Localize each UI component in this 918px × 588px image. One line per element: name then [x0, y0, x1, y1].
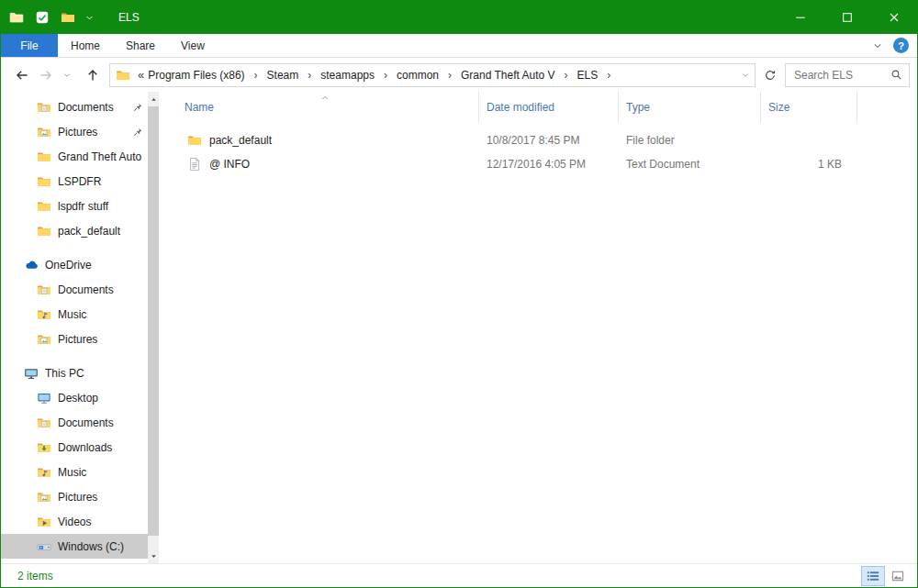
pin-icon — [132, 102, 143, 113]
breadcrumb-separator-icon[interactable]: › — [441, 69, 459, 82]
folder-icon — [37, 150, 51, 164]
sidebar-item-label: Music — [58, 466, 148, 479]
breadcrumb-segment[interactable]: Steam — [265, 69, 301, 82]
sidebar-item-documents[interactable]: Documents — [1, 94, 148, 119]
breadcrumb-segment[interactable]: steamapps — [319, 69, 376, 82]
details-view-button[interactable] — [862, 567, 884, 585]
sidebar-item-pictures[interactable]: Pictures — [1, 484, 148, 509]
sidebar-item-label: OneDrive — [45, 259, 148, 272]
folder-icon — [187, 133, 202, 148]
sidebar-item-label: LSPDFR — [58, 175, 148, 188]
tab-view[interactable]: View — [168, 34, 218, 57]
text-file-icon — [187, 157, 202, 172]
navigation-toolbar: « Program Files (x86)›Steam›steamapps›co… — [1, 58, 917, 92]
sidebar-item-windows-c[interactable]: Windows (C:) — [1, 534, 148, 559]
sidebar-scrollbar[interactable] — [148, 92, 159, 563]
sidebar-item-desktop[interactable]: Desktop — [1, 385, 148, 410]
recent-locations-chevron-icon[interactable] — [58, 63, 76, 87]
sidebar-item-downloads[interactable]: Downloads — [1, 435, 148, 460]
breadcrumb-separator-icon[interactable]: › — [300, 69, 319, 82]
forward-button[interactable] — [34, 63, 58, 87]
navigation-pane: DocumentsPicturesGrand Theft AutoLSPDFRl… — [1, 92, 159, 563]
file-row-pack-default[interactable]: pack_default10/8/2017 8:45 PMFile folder — [171, 128, 917, 152]
breadcrumb-separator-icon[interactable]: › — [247, 69, 265, 82]
up-button[interactable] — [81, 63, 105, 87]
column-header-label: Date modified — [487, 101, 554, 114]
help-button[interactable]: ? — [893, 38, 909, 53]
qat-checkmark-icon[interactable] — [35, 10, 50, 25]
onedrive-icon — [24, 258, 39, 272]
music-folder-icon — [37, 307, 51, 322]
file-type: Text Document — [618, 158, 760, 171]
file-date-modified: 10/8/2017 8:45 PM — [478, 134, 618, 147]
minimize-button[interactable] — [777, 1, 823, 34]
pin-icon — [132, 127, 143, 138]
sidebar-item-this-pc[interactable]: This PC — [1, 361, 148, 385]
file-list: pack_default10/8/2017 8:45 PMFile folder… — [171, 128, 917, 176]
maximize-button[interactable] — [823, 1, 870, 34]
file-menu-button[interactable]: File — [1, 34, 58, 57]
breadcrumb-segment[interactable]: Grand Theft Auto V — [459, 69, 557, 82]
sidebar-group-gap — [1, 243, 148, 252]
search-input[interactable] — [786, 69, 889, 82]
sidebar-item-videos[interactable]: Videos — [1, 509, 148, 534]
sidebar-item-onedrive[interactable]: OneDrive — [1, 252, 148, 277]
tab-home[interactable]: Home — [58, 34, 113, 57]
column-header-date-modified[interactable]: Date modified — [478, 92, 618, 122]
titlebar[interactable]: ELS — [1, 1, 917, 34]
documents-folder-icon — [37, 100, 51, 115]
ribbon-collapse-chevron-icon[interactable] — [872, 40, 883, 51]
scrollbar-thumb[interactable] — [148, 106, 159, 536]
address-bar[interactable]: « Program Files (x86)›Steam›steamapps›co… — [109, 63, 756, 87]
view-toggles — [862, 567, 909, 585]
sidebar-item-music[interactable]: Music — [1, 302, 148, 327]
sidebar-item-pictures[interactable]: Pictures — [1, 119, 148, 144]
breadcrumb-separator-icon[interactable]: › — [557, 69, 576, 82]
sidebar-item-label: Videos — [58, 516, 148, 528]
window-title: ELS — [118, 11, 140, 24]
back-button[interactable] — [10, 63, 34, 87]
sidebar-item-documents[interactable]: Documents — [1, 277, 148, 302]
tab-share[interactable]: Share — [113, 34, 168, 57]
sidebar-item-documents[interactable]: Documents — [1, 410, 148, 435]
address-dropdown-chevron-icon[interactable] — [741, 71, 750, 80]
column-header-label: Name — [185, 101, 214, 114]
sidebar-item-label: lspdfr stuff — [58, 200, 148, 213]
qat-new-folder-icon[interactable] — [61, 10, 75, 25]
sidebar-item-pictures[interactable]: Pictures — [1, 327, 148, 351]
pictures-folder-icon — [37, 332, 51, 347]
scroll-down-icon[interactable] — [148, 549, 159, 563]
sidebar-item-music[interactable]: Music — [1, 460, 148, 484]
column-header-size[interactable]: Size — [760, 92, 857, 122]
breadcrumb-separator-icon[interactable]: › — [599, 69, 618, 82]
column-header-label: Size — [768, 101, 789, 114]
breadcrumb-segment[interactable]: common — [395, 69, 441, 82]
file-date-modified: 12/17/2016 4:05 PM — [478, 158, 618, 171]
sidebar-item-lspdfr[interactable]: LSPDFR — [1, 169, 148, 194]
qat-customize-chevron-icon[interactable] — [84, 13, 95, 23]
videos-folder-icon — [37, 515, 51, 529]
scroll-up-icon[interactable] — [148, 92, 159, 106]
search-icon[interactable] — [890, 69, 902, 81]
breadcrumb-overflow-chevron[interactable]: « — [138, 68, 144, 82]
sidebar-item-grand-theft-auto[interactable]: Grand Theft Auto — [1, 144, 148, 169]
main-area: DocumentsPicturesGrand Theft AutoLSPDFRl… — [1, 92, 917, 563]
breadcrumb-segment[interactable]: Program Files (x86) — [146, 69, 246, 82]
pictures-folder-icon — [37, 490, 51, 505]
thumbnails-view-button[interactable] — [887, 567, 909, 585]
close-button[interactable] — [870, 1, 917, 34]
sidebar-item-label: Documents — [58, 101, 132, 114]
column-header-type[interactable]: Type — [618, 92, 760, 122]
column-header-name[interactable]: Name — [171, 92, 478, 122]
music-folder-icon — [37, 465, 51, 480]
close-icon — [887, 10, 901, 25]
folder-icon — [37, 174, 51, 189]
sidebar-item-label: Downloads — [58, 441, 148, 454]
sidebar-item-lspdfr-stuff[interactable]: lspdfr stuff — [1, 194, 148, 218]
breadcrumb-separator-icon[interactable]: › — [376, 69, 395, 82]
breadcrumb-segment[interactable]: ELS — [576, 69, 600, 82]
sidebar-item-pack-default[interactable]: pack_default — [1, 218, 148, 243]
file-row-info[interactable]: @ INFO12/17/2016 4:05 PMText Document1 K… — [171, 152, 917, 176]
refresh-button[interactable] — [758, 63, 782, 87]
column-headers: NameDate modifiedTypeSize — [171, 92, 917, 122]
